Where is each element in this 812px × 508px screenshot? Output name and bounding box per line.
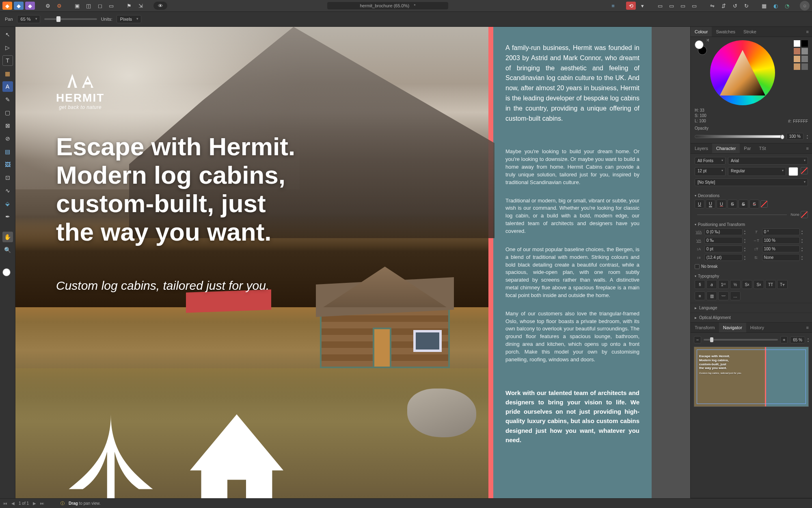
text-colour-swatch[interactable] (788, 167, 798, 176)
nav-zoom-value[interactable]: 65 % (790, 336, 805, 343)
gear-icon[interactable]: ⚙ (43, 2, 53, 10)
panel-menu-icon[interactable]: ≡ (803, 143, 812, 153)
frame-ellipse-tool[interactable]: ⊘ (2, 133, 13, 144)
rectangle-tool[interactable]: ▢ (2, 107, 13, 118)
baseline-icon[interactable]: ▭ (106, 2, 116, 10)
guides-icon[interactable]: ◻ (95, 2, 105, 10)
account-avatar[interactable]: ☺ (800, 1, 810, 11)
chevron-down-icon[interactable]: ▾ (637, 2, 647, 10)
rotate-cw-icon[interactable]: ↻ (741, 2, 751, 10)
no-decoration-icon[interactable] (760, 200, 768, 208)
flip-v-icon[interactable]: ⇵ (719, 2, 728, 10)
decoration-none-label[interactable]: None (790, 213, 799, 217)
arrange-forward-icon[interactable]: ▭ (678, 2, 688, 10)
nav-zoom-slider[interactable] (704, 339, 778, 341)
typo-extra-2[interactable]: ▥ (706, 291, 717, 300)
defaults-icon[interactable]: ⚙ (54, 2, 64, 10)
hscale-input[interactable]: 100 % (762, 237, 800, 244)
preflight-icon[interactable]: ⚑ (124, 2, 134, 10)
hex-readout[interactable]: #:FFFFFF (788, 119, 808, 124)
tab-stroke[interactable]: Stroke (739, 27, 760, 37)
zoom-tool[interactable]: 🔍 (2, 245, 13, 255)
panel-menu-icon[interactable]: ≡ (803, 323, 812, 332)
table-tool[interactable]: ▦ (2, 68, 13, 79)
allcaps-btn[interactable]: TT (765, 280, 776, 289)
tab-navigator[interactable]: Navigator (719, 323, 746, 332)
pen-tool[interactable]: ✒ (2, 211, 13, 222)
stock-tool[interactable]: ▤ (2, 146, 13, 157)
decorations-section[interactable]: ▾Decorations (691, 192, 812, 200)
page-first-icon[interactable]: ⏮ (3, 501, 7, 506)
arrange-front-icon[interactable]: ▭ (689, 2, 699, 10)
skew-input[interactable]: 0 ° (762, 228, 800, 235)
strikethrough-btn[interactable]: S (728, 200, 737, 208)
kerning-input[interactable]: 0 ‰ (704, 237, 743, 244)
nav-zoom-out[interactable]: − (694, 336, 701, 343)
no-line-icon[interactable] (801, 211, 808, 218)
optical-alignment-section[interactable]: ▸Optical Alignment (691, 313, 812, 322)
tab-colour[interactable]: Colour (691, 27, 712, 37)
link-icon[interactable]: ⟲ (626, 2, 636, 10)
typo-extra-3[interactable]: 〰 (718, 291, 729, 300)
positioning-section[interactable]: ▾Positioning and Transform (691, 221, 812, 228)
tracking-stepper[interactable]: ▴▾ (744, 229, 751, 235)
tab-paragraph[interactable]: Par (740, 143, 755, 153)
tab-text-styles[interactable]: TSt (755, 143, 770, 153)
fractions-btn[interactable]: ½ (730, 280, 741, 289)
fill-stroke-swatch[interactable] (2, 268, 13, 279)
grid-icon[interactable]: ◫ (84, 2, 93, 10)
arrange-back-icon[interactable]: ▭ (655, 2, 665, 10)
tracking-input[interactable]: 0 (0 ‰) (704, 228, 743, 235)
typo-extra-1[interactable]: ≡ (695, 291, 705, 300)
brush-tool[interactable]: ∿ (2, 185, 13, 196)
arrange-backward-icon[interactable]: ▭ (667, 2, 676, 10)
node-tool[interactable]: ▷ (2, 42, 13, 53)
place-image-tool[interactable]: 🖼 (2, 159, 13, 170)
tab-character[interactable]: Character (712, 143, 740, 153)
artistic-text-tool[interactable]: A (2, 81, 13, 92)
rotate-ccw-icon[interactable]: ↺ (730, 2, 740, 10)
app-icon-publisher[interactable]: ◆ (2, 2, 12, 10)
superscript-btn[interactable]: Sx (742, 280, 752, 289)
vscale-input[interactable]: 100 % (762, 245, 800, 252)
language-section[interactable]: ▸Language (691, 303, 812, 313)
typography-section[interactable]: ▾Typography (691, 272, 812, 280)
ordinals-btn[interactable]: 1ˢᵗ (718, 280, 729, 289)
move-tool[interactable]: ↖ (2, 29, 13, 40)
app-icon-designer[interactable]: ◆ (14, 2, 24, 10)
text-style-select[interactable]: [No Style] (695, 178, 808, 186)
baseline-input[interactable]: (12.4 pt) (704, 254, 743, 261)
units-select[interactable]: Pixels (117, 15, 141, 23)
opacity-slider[interactable] (695, 135, 783, 138)
strike-colour-btn[interactable]: S (749, 200, 759, 208)
smallcaps-btn[interactable]: Tᴛ (777, 280, 788, 289)
app-icon-photo[interactable]: ◆ (25, 2, 35, 10)
variant-select[interactable]: None (762, 254, 800, 261)
navigator-thumbnail[interactable]: Escape with Hermit. Modern log cabins, c… (694, 347, 809, 407)
canvas[interactable]: HERMIT get back to nature Escape with He… (15, 27, 690, 498)
frame-rect-tool[interactable]: ⊠ (2, 120, 13, 131)
recent-swatches[interactable] (794, 40, 808, 70)
page-prev-icon[interactable]: ◀ (11, 501, 15, 506)
font-weight-select[interactable]: Regular (728, 167, 786, 176)
eyedropper-tool[interactable]: ✎ (2, 94, 13, 105)
colour-wheel[interactable] (710, 40, 775, 105)
page-next-icon[interactable]: ▶ (33, 501, 36, 506)
underline-btn[interactable]: U (695, 200, 704, 208)
alt-btn[interactable]: a (706, 280, 717, 289)
font-family-select[interactable]: Arial (728, 157, 808, 165)
anchor-icon[interactable]: ⇲ (136, 2, 145, 10)
ligatures-btn[interactable]: fi (695, 280, 705, 289)
tab-history[interactable]: History (746, 323, 768, 332)
pan-tool[interactable]: ✋ (2, 232, 13, 242)
flip-h-icon[interactable]: ⇋ (707, 2, 717, 10)
colour-triangle[interactable] (720, 50, 765, 96)
swap-colours-icon[interactable]: ⤭ (706, 38, 709, 42)
opacity-stepper[interactable]: ▴▾ (807, 134, 808, 139)
opacity-value[interactable]: 100 % (786, 133, 803, 140)
no-fill-icon[interactable] (801, 167, 808, 174)
snap-icon[interactable]: ▣ (72, 2, 82, 10)
double-underline-btn[interactable]: U (706, 200, 715, 208)
font-size-select[interactable]: 12 pt (695, 167, 726, 176)
section-icon[interactable]: ◔ (782, 2, 792, 10)
